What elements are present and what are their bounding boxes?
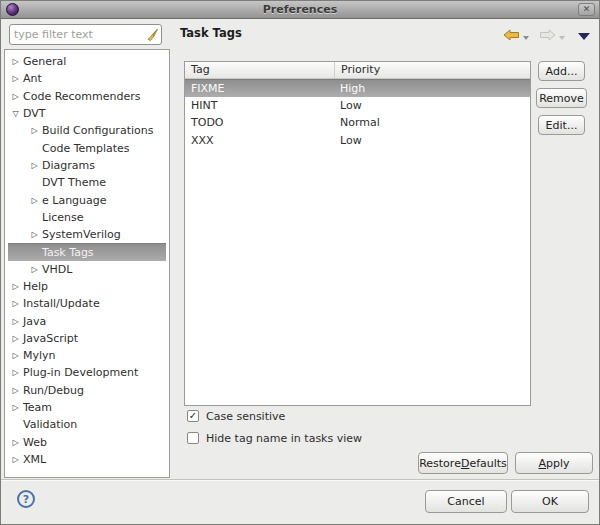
column-header-priority[interactable]: Priority: [334, 62, 530, 78]
tree-item-label: General: [23, 55, 66, 68]
table-row[interactable]: FIXMEHigh: [185, 79, 530, 97]
tree-item-xml[interactable]: ▷XML: [8, 451, 166, 468]
tree-item-build-configurations[interactable]: ▷Build Configurations: [8, 122, 166, 139]
expand-arrow-icon[interactable]: ▷: [8, 299, 23, 308]
tree-item-code-templates[interactable]: Code Templates: [8, 139, 166, 156]
task-tags-table-body: FIXMEHighHINTLowTODONormalXXXLow: [185, 79, 530, 149]
tree-item-run-debug[interactable]: ▷Run/Debug: [8, 382, 166, 399]
expand-arrow-icon[interactable]: ▷: [27, 196, 42, 205]
forward-arrow-icon[interactable]: [539, 29, 556, 44]
tree-item-label: DVT Theme: [42, 176, 106, 189]
tree-item-label: e Language: [42, 194, 107, 207]
preferences-tree: ▷General▷Ant▷Code Recommenders▽DVT▷Build…: [4, 49, 170, 478]
tree-item-label: Code Templates: [42, 142, 130, 155]
ok-button[interactable]: OK: [511, 490, 589, 513]
back-history-chevron-icon[interactable]: [523, 36, 529, 40]
expand-arrow-icon[interactable]: ▷: [27, 265, 42, 274]
tree-item-mylyn[interactable]: ▷Mylyn: [8, 347, 166, 364]
tree-item-label: Validation: [23, 418, 77, 431]
expand-arrow-icon[interactable]: ▷: [8, 282, 23, 291]
tree-item-label: DVT: [23, 107, 46, 120]
tree-item-label: Mylyn: [23, 349, 56, 362]
tree-item-help[interactable]: ▷Help: [8, 278, 166, 295]
expand-arrow-icon[interactable]: ▷: [8, 438, 23, 447]
edit-button[interactable]: Edit...: [538, 115, 585, 135]
tag-cell: TODO: [185, 116, 334, 129]
column-header-tag[interactable]: Tag: [185, 62, 334, 78]
preferences-window: Preferences ✕ ▷General▷Ant▷Code Recommen…: [0, 0, 600, 525]
back-arrow-icon[interactable]: [503, 29, 520, 44]
priority-cell: Low: [334, 134, 362, 147]
option-hide-tag-name-in-tasks-view[interactable]: Hide tag name in tasks view: [187, 431, 362, 445]
table-row[interactable]: TODONormal: [185, 114, 530, 132]
apply-button[interactable]: Apply: [515, 452, 593, 474]
cancel-button[interactable]: Cancel: [425, 490, 507, 513]
expand-arrow-icon[interactable]: ▷: [8, 351, 23, 360]
tree-item-ant[interactable]: ▷Ant: [8, 70, 166, 87]
close-button[interactable]: ✕: [578, 3, 595, 16]
tree-item-license[interactable]: License: [8, 209, 166, 226]
expand-arrow-icon[interactable]: ▷: [8, 455, 23, 464]
tree-item-dvt[interactable]: ▽DVT: [8, 105, 166, 122]
expand-arrow-icon[interactable]: ▷: [8, 57, 23, 66]
priority-cell: Normal: [334, 116, 380, 129]
clear-filter-brush-icon[interactable]: [143, 27, 161, 43]
tree-item-plug-in-development[interactable]: ▷Plug-in Development: [8, 364, 166, 381]
expand-arrow-icon[interactable]: ▷: [27, 230, 42, 239]
expand-arrow-icon[interactable]: ▷: [27, 126, 42, 135]
tree-item-java[interactable]: ▷Java: [8, 312, 166, 329]
expand-arrow-icon[interactable]: ▷: [8, 317, 23, 326]
view-menu-icon[interactable]: [578, 33, 590, 40]
option-label: Hide tag name in tasks view: [206, 432, 362, 445]
tree-item-team[interactable]: ▷Team: [8, 399, 166, 416]
forward-history-chevron-icon[interactable]: [559, 36, 565, 40]
tree-item-diagrams[interactable]: ▷Diagrams: [8, 157, 166, 174]
tree-item-label: Help: [23, 280, 48, 293]
tree-item-label: Code Recommenders: [23, 90, 141, 103]
expand-arrow-icon[interactable]: ▷: [8, 386, 23, 395]
restore-defaults-button[interactable]: Restore Defaults: [418, 452, 508, 474]
tree-item-dvt-theme[interactable]: DVT Theme: [8, 174, 166, 191]
task-tags-table: Tag Priority FIXMEHighHINTLowTODONormalX…: [184, 61, 531, 406]
checkbox-unchecked-icon[interactable]: [187, 432, 199, 444]
remove-button[interactable]: Remove: [536, 88, 587, 108]
filter-input[interactable]: [10, 28, 143, 41]
tree-item-general[interactable]: ▷General: [8, 53, 166, 70]
expand-arrow-icon[interactable]: ▷: [27, 161, 42, 170]
option-case-sensitive[interactable]: ✓Case sensitive: [187, 409, 362, 423]
tree-item-label: JavaScript: [23, 332, 78, 345]
tag-cell: FIXME: [185, 82, 334, 95]
tree-item-web[interactable]: ▷Web: [8, 434, 166, 451]
close-icon: ✕: [583, 5, 591, 14]
tag-cell: XXX: [185, 134, 334, 147]
tree-item-task-tags[interactable]: Task Tags: [8, 243, 166, 260]
filter-box: [9, 24, 162, 45]
expand-arrow-icon[interactable]: ▷: [8, 74, 23, 83]
header-toolbar: [503, 29, 590, 44]
tree-item-vhdl[interactable]: ▷VHDL: [8, 261, 166, 278]
expand-arrow-icon[interactable]: ▷: [8, 334, 23, 343]
tree-item-install-update[interactable]: ▷Install/Update: [8, 295, 166, 312]
tree-item-javascript[interactable]: ▷JavaScript: [8, 330, 166, 347]
checkbox-checked-icon[interactable]: ✓: [187, 410, 199, 422]
table-row[interactable]: XXXLow: [185, 132, 530, 150]
tree-item-label: Task Tags: [42, 246, 94, 259]
tree-item-label: Build Configurations: [42, 124, 153, 137]
expand-arrow-icon[interactable]: ▷: [8, 368, 23, 377]
collapse-arrow-icon[interactable]: ▽: [8, 109, 23, 118]
add-button[interactable]: Add...: [538, 61, 585, 81]
priority-cell: Low: [334, 99, 362, 112]
table-row[interactable]: HINTLow: [185, 97, 530, 115]
tree-item-code-recommenders[interactable]: ▷Code Recommenders: [8, 88, 166, 105]
tree-item-validation[interactable]: Validation: [8, 416, 166, 433]
titlebar[interactable]: Preferences ✕: [1, 1, 599, 19]
options: ✓Case sensitiveHide tag name in tasks vi…: [187, 409, 362, 445]
expand-arrow-icon[interactable]: ▷: [8, 92, 23, 101]
help-button[interactable]: ?: [17, 490, 35, 508]
tree-item-label: Install/Update: [23, 297, 100, 310]
priority-cell: High: [334, 82, 365, 95]
expand-arrow-icon[interactable]: ▷: [8, 403, 23, 412]
tree-item-e-language[interactable]: ▷e Language: [8, 191, 166, 208]
tree-item-label: Plug-in Development: [23, 366, 138, 379]
tree-item-systemverilog[interactable]: ▷SystemVerilog: [8, 226, 166, 243]
